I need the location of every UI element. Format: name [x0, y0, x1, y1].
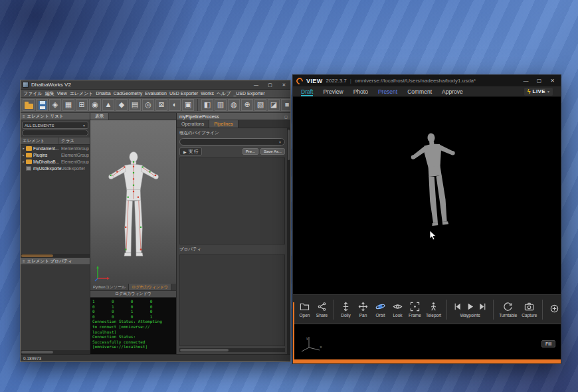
skip-back-icon[interactable]	[452, 302, 462, 312]
more-tools-button[interactable]	[546, 296, 561, 324]
geometry-tool-icon-3[interactable]: ⊞	[76, 99, 88, 111]
orbit-button[interactable]: Orbit	[372, 296, 389, 324]
pipeline-properties-area[interactable]	[179, 254, 285, 346]
geometry-tool-icon-5[interactable]: ▲	[102, 99, 114, 111]
list-icon: ≡	[23, 114, 25, 118]
turntable-button[interactable]: Turntable	[497, 296, 519, 324]
open-file-icon[interactable]	[23, 99, 35, 111]
fill-button[interactable]: Fill	[541, 340, 555, 347]
run-button[interactable]: ▶ 実 行	[179, 147, 202, 155]
panel-menu-icon[interactable]: ◻	[284, 114, 288, 119]
element-properties-body	[21, 265, 90, 350]
scrollbar-thumb[interactable]	[288, 130, 290, 160]
save-as-button[interactable]: Save As...	[260, 148, 285, 155]
frame-button[interactable]: Frame	[407, 296, 423, 324]
tab-present[interactable]: Present	[378, 86, 397, 96]
live-sync-button[interactable]: ϟ LIVE ▾	[524, 88, 553, 96]
look-button[interactable]: Look	[389, 296, 406, 324]
mesh-tool-icon-4[interactable]: ⊕	[241, 99, 253, 111]
preview-button[interactable]: Pre...	[242, 148, 258, 155]
geometry-tool-icon-10[interactable]: ◐	[169, 99, 181, 111]
axis-y-label: y	[306, 336, 308, 340]
geometry-tool-icon-2[interactable]: ▦	[62, 99, 74, 111]
pipeline-select[interactable]: ▼	[179, 138, 285, 146]
menu-works[interactable]: Works	[201, 91, 214, 96]
menu-element[interactable]: エレメント	[70, 90, 94, 97]
geometry-tool-icon-8[interactable]: ◎	[142, 99, 154, 111]
vertical-scrollbar[interactable]	[287, 128, 290, 354]
element-scope-dropdown[interactable]: ALL ELEMENTS ▼	[22, 122, 88, 129]
menu-cadgeometry[interactable]: CadGeometry	[114, 91, 143, 96]
view-titlebar[interactable]: VIEW 2022.3.7 | omniverse://localhost/Us…	[293, 75, 561, 86]
open-button[interactable]: Open	[296, 296, 313, 324]
expander-icon[interactable]: ▸	[21, 146, 26, 150]
pan-button[interactable]: Pan	[355, 296, 371, 324]
capture-button[interactable]: Capture	[520, 296, 539, 324]
current-pipeline-label: 現在のパイプライン	[179, 130, 285, 136]
mesh-tool-icon-2[interactable]: ▥	[215, 99, 227, 111]
teleport-button[interactable]: Teleport	[424, 296, 443, 324]
expander-icon[interactable]: ▸	[21, 159, 26, 163]
table-row[interactable]: myUsdExporter UsdExporter	[21, 165, 90, 171]
tab-log-output[interactable]: ログ出力ウィンドウ	[129, 284, 171, 290]
menu-evaluation[interactable]: Evaluation	[145, 91, 167, 96]
menu-help[interactable]: ヘルプ	[217, 90, 231, 97]
tab-draft[interactable]: Draft	[301, 86, 313, 96]
dhaiba-titlebar[interactable]: DhaibaWorks V2 — ▢ ✕	[21, 80, 290, 90]
minimize-icon[interactable]: —	[521, 78, 531, 84]
tab-operations[interactable]: Operations	[177, 120, 209, 128]
column-element[interactable]: エレメント	[21, 138, 59, 144]
geometry-tool-icon-11[interactable]: ▣	[182, 99, 194, 111]
mesh-tool-icon-6[interactable]: ◪	[268, 99, 280, 111]
geometry-tool-icon-9[interactable]: ⊠	[155, 99, 167, 111]
horizontal-scrollbar[interactable]	[179, 348, 285, 352]
geometry-tool-icon-1[interactable]: ◈	[49, 99, 61, 111]
geometry-tool-icon-7[interactable]: ▤	[129, 99, 141, 111]
menu-usd-exporter-2[interactable]: _USD Exporter	[233, 91, 264, 96]
tab-python-console[interactable]: Pythonコンソール	[90, 284, 129, 290]
element-class: ElementGroup	[61, 159, 89, 164]
tab-approve[interactable]: Approve	[442, 86, 463, 96]
toolbar-label: Teleport	[426, 313, 441, 318]
table-row[interactable]: ▸ MyDhaibaB... ElementGroup	[21, 158, 90, 165]
table-row[interactable]: ▸ Fundament... ElementGroup	[21, 145, 90, 151]
scrollbar-thumb[interactable]	[21, 254, 53, 257]
filter-input[interactable]	[22, 130, 88, 136]
menu-dhaiba[interactable]: Dhaiba	[96, 91, 111, 96]
tab-pipelines[interactable]: Pipelines	[209, 120, 238, 128]
menu-usd-exporter[interactable]: USD Exporter	[169, 91, 198, 96]
tab-comment[interactable]: Comment	[407, 86, 432, 96]
menu-file[interactable]: ファイル	[23, 90, 43, 97]
mesh-tool-icon-5[interactable]: ▧	[254, 99, 266, 111]
view-viewport[interactable]: Open Share Dolly Pan Orbit	[293, 97, 561, 359]
mesh-tool-icon-3[interactable]: ◍	[228, 99, 240, 111]
geometry-tool-icon-6[interactable]: ◆	[116, 99, 128, 111]
column-class[interactable]: クラス	[59, 138, 76, 144]
scrollbar-thumb[interactable]	[21, 351, 53, 353]
expander-icon[interactable]: ▸	[21, 153, 26, 157]
minimize-icon[interactable]: —	[250, 81, 262, 89]
menu-view[interactable]: View	[57, 91, 67, 96]
tab-display[interactable]: 表示	[90, 113, 109, 120]
dolly-button[interactable]: Dolly	[337, 296, 354, 324]
share-button[interactable]: Share	[314, 296, 330, 324]
omniverse-logo-icon	[295, 76, 304, 85]
maximize-icon[interactable]: ▢	[264, 81, 276, 89]
share-icon	[317, 302, 327, 312]
play-icon[interactable]	[465, 302, 475, 312]
pipeline-operations-area[interactable]	[179, 157, 285, 245]
dhaiba-viewport[interactable]	[90, 120, 176, 284]
geometry-tool-icon-4[interactable]: ◉	[89, 99, 101, 111]
save-icon[interactable]	[36, 99, 48, 111]
mesh-tool-icon-1[interactable]: ◧	[201, 99, 213, 111]
close-icon[interactable]: ✕	[547, 78, 557, 84]
skip-forward-icon[interactable]	[478, 302, 488, 312]
mesh-tool-icon-7[interactable]: ■	[281, 99, 290, 111]
tab-photo[interactable]: Photo	[353, 86, 368, 96]
scrollbar-thumb[interactable]	[180, 349, 229, 351]
maximize-icon[interactable]: ▢	[534, 78, 544, 84]
table-row[interactable]: ▸ Plugins ElementGroup	[21, 151, 90, 158]
menu-edit[interactable]: 編集	[45, 90, 54, 97]
tab-preview[interactable]: Preview	[323, 86, 343, 96]
close-icon[interactable]: ✕	[278, 81, 290, 89]
